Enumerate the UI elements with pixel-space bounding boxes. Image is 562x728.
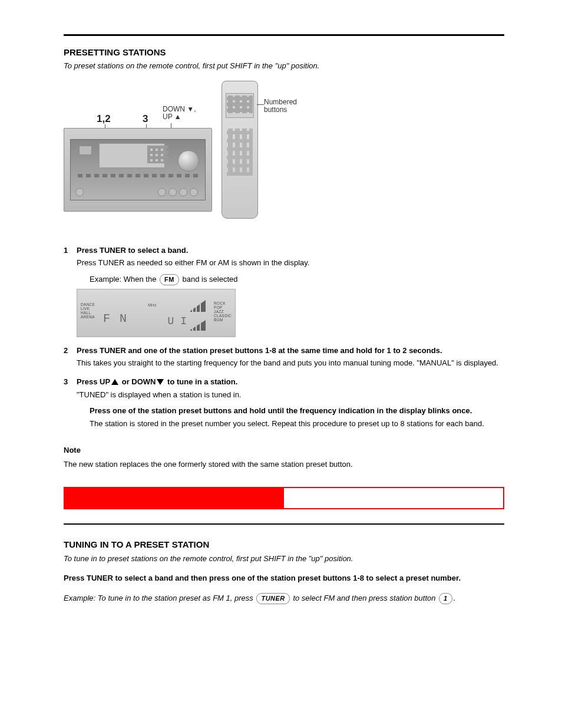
callout-12: 1,2 bbox=[97, 113, 111, 126]
panel-display-figure: DANCE LIVE HALL ARENA MHz F N U I ROCK P… bbox=[77, 289, 236, 337]
step-body: This takes you straight to the starting … bbox=[77, 358, 504, 368]
mid-rule bbox=[64, 523, 504, 525]
section-subtitle: To tune in to preset stations on the rem… bbox=[64, 554, 504, 564]
eq-bars-icon bbox=[189, 300, 206, 312]
top-rule bbox=[64, 34, 504, 36]
note-text: The new station replaces the one formerl… bbox=[64, 459, 504, 470]
pill-fm: FM bbox=[160, 274, 179, 285]
step-lead: Press TUNER and one of the station prese… bbox=[77, 345, 504, 356]
arrow-down-icon bbox=[157, 379, 164, 385]
receiver-illustration bbox=[64, 128, 212, 212]
callout-numbered-buttons: Numbered buttons bbox=[264, 98, 297, 114]
eq-bars-icon bbox=[189, 320, 206, 331]
example-text: Example: To tune in to the station prese… bbox=[64, 593, 504, 604]
step-body: "TUNED" is displayed when a station is t… bbox=[77, 390, 504, 400]
note-block: Note The new station replaces the one fo… bbox=[64, 445, 504, 469]
pill-tuner: TUNER bbox=[256, 593, 289, 604]
step-lead: Press TUNER to select a band. bbox=[77, 245, 504, 256]
step-body: Press TUNER as needed so either FM or AM… bbox=[77, 258, 504, 268]
arrow-up-icon bbox=[111, 379, 118, 385]
step-lead: Press UP or DOWN to tune in a station. bbox=[77, 377, 504, 387]
section-tuning-preset: TUNING IN TO A PRESET STATION To tune in… bbox=[64, 539, 504, 604]
step-2: Press TUNER and one of the station prese… bbox=[64, 345, 504, 368]
step-1: Press TUNER to select a band. Press TUNE… bbox=[64, 245, 504, 337]
remote-illustration bbox=[222, 81, 258, 219]
leader-line bbox=[257, 104, 264, 105]
sub-instruction: Press one of the station preset buttons … bbox=[90, 406, 504, 429]
instruction: Press TUNER to select a band and then pr… bbox=[64, 573, 504, 584]
page-title: PRESETTING STATIONS bbox=[64, 47, 504, 58]
step-3: Press UP or DOWN to tune in a station. "… bbox=[64, 377, 504, 429]
callout-3: 3 bbox=[143, 113, 148, 126]
highlight-bar bbox=[64, 487, 504, 509]
steps-list: Press TUNER to select a band. Press TUNE… bbox=[64, 245, 504, 429]
panel-caption: Example: When the FM band is selected bbox=[90, 274, 504, 285]
subtitle-note: To preset stations on the remote control… bbox=[64, 61, 504, 71]
figure-receiver-remote: 1,2 3 DOWN ▼, UP ▲ bbox=[64, 81, 504, 231]
callout-down-up: DOWN ▼, UP ▲ bbox=[163, 106, 196, 121]
note-label: Note bbox=[64, 445, 504, 456]
pill-1: 1 bbox=[439, 593, 452, 604]
section-title: TUNING IN TO A PRESET STATION bbox=[64, 539, 504, 551]
highlight-fill bbox=[65, 488, 284, 508]
